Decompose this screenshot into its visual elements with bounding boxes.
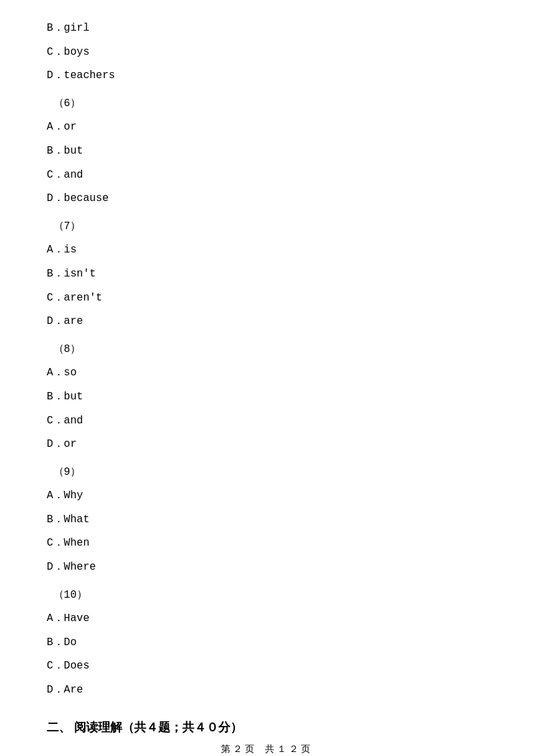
page-content: B．girlC．boysD．teachers （6）A．orB．butC．and… (0, 0, 534, 756)
option-item: A．or (47, 119, 487, 136)
question-number: （6） (47, 96, 487, 113)
option-item: C．When (47, 535, 487, 552)
page-footer: 第２页 共１２页 (0, 743, 534, 755)
option-item: A．is (47, 242, 487, 259)
question-number: （8） (47, 341, 487, 359)
option-item: B．What (47, 512, 487, 529)
question-number: （10） (47, 587, 487, 604)
option-item: B．but (47, 143, 487, 160)
option-item: D．Are (47, 682, 487, 699)
option-item: A．so (47, 365, 487, 382)
option-item: D．are (47, 313, 487, 331)
section-header: 二、 阅读理解（共４题；共４０分） (47, 719, 487, 735)
option-item: D．teachers (47, 67, 487, 85)
option-item: B．isn't (47, 266, 487, 283)
option-item: C．boys (47, 44, 487, 61)
option-item: B．Do (47, 634, 487, 652)
question-number: （9） (47, 464, 487, 482)
option-item: A．Have (47, 610, 487, 628)
option-item: C．and (47, 413, 487, 430)
option-item: A．Why (47, 488, 487, 505)
option-item: D．because (47, 190, 487, 208)
option-item: C．and (47, 167, 487, 184)
option-item: D．or (47, 436, 487, 453)
option-item: C．Does (47, 658, 487, 675)
question-number: （7） (47, 218, 487, 236)
option-item: B．girl (47, 20, 487, 37)
option-item: B．but (47, 389, 487, 406)
option-item: D．Where (47, 559, 487, 576)
option-item: C．aren't (47, 290, 487, 307)
